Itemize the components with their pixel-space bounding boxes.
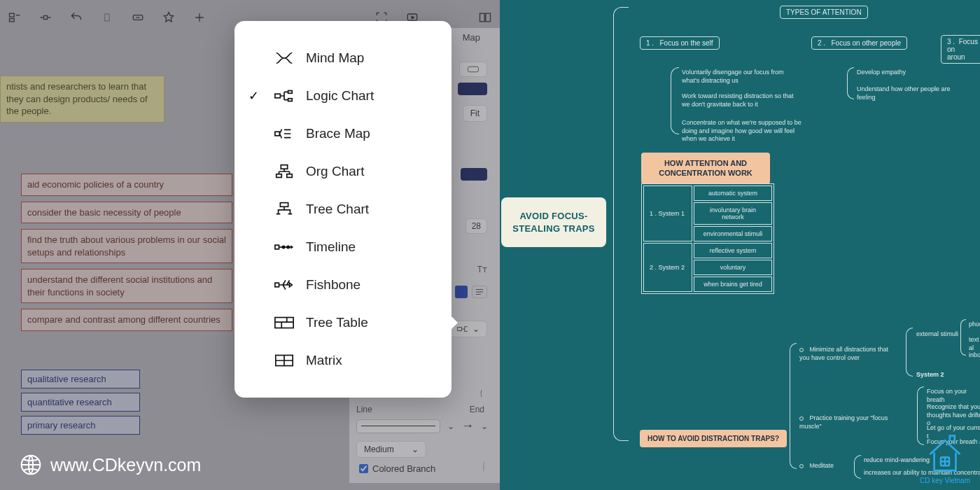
popup-item-treetable[interactable]: Tree Table	[234, 304, 451, 342]
bottom-sub2[interactable]: phone	[969, 321, 980, 329]
attention-table[interactable]: 1 . System 1 automatic system involuntar…	[641, 183, 774, 294]
main-topic[interactable]: AVOID FOCUS-STEALING TRAPS	[501, 197, 606, 247]
bottom-sub[interactable]: System 2	[916, 371, 944, 379]
align-button[interactable]	[472, 286, 487, 298]
red-item[interactable]: find the truth about various problems in…	[21, 229, 232, 263]
bottom-item[interactable]: Meditate	[799, 462, 834, 470]
type1[interactable]: 1 . Focus on the self	[640, 36, 720, 50]
fit-button[interactable]: Fit	[463, 105, 487, 122]
svg-rect-10	[275, 94, 281, 98]
globe-icon	[20, 454, 42, 476]
svg-rect-18	[275, 245, 279, 249]
blue-item[interactable]: primary research	[21, 416, 140, 435]
bottom-sub2[interactable]: text al	[969, 336, 980, 352]
structure-popup: Mind Map Logic Chart Brace Map Org Chart…	[234, 21, 451, 398]
svg-rect-16	[287, 174, 293, 178]
svg-rect-11	[288, 91, 293, 94]
blue-item[interactable]: qualitative research	[21, 370, 140, 388]
colored-branch-checkbox[interactable]	[359, 464, 368, 473]
bottom-item-text: Meditate	[810, 462, 834, 469]
svg-point-20	[287, 246, 289, 248]
type2-sub[interactable]: Understand how other people are feeling	[857, 85, 955, 102]
line-weight-select[interactable]: Medium⌄	[356, 441, 426, 458]
text-color-swatch[interactable]	[461, 168, 487, 181]
svg-rect-7	[486, 13, 491, 22]
collapse-icon[interactable]	[130, 10, 146, 25]
svg-rect-14	[281, 165, 287, 169]
red-item[interactable]: aid economic policies of a country	[21, 174, 232, 196]
bottom-item-text: Minimize all distractions that you have …	[799, 346, 888, 361]
brace-style-button[interactable]: ﹛	[476, 387, 487, 399]
bottom-sub2[interactable]: inbox	[969, 351, 980, 360]
type-label: Focus on the self	[659, 39, 713, 47]
bottom-item-text: Practice training your "focus muscle"	[799, 414, 888, 430]
blue-item[interactable]: quantitative research	[21, 393, 140, 412]
mindmap-icon	[270, 50, 299, 66]
type1-sub[interactable]: Concentrate on what we're supposed to be…	[682, 119, 808, 144]
bullet-icon	[799, 464, 804, 468]
yellow-note[interactable]: ntists and researchers to learn that the…	[0, 76, 164, 122]
fill-swatch[interactable]	[458, 83, 487, 95]
star-icon[interactable]	[161, 10, 176, 25]
bottom-item[interactable]: Minimize all distractions that you have …	[799, 346, 897, 362]
sidebar-tab-map[interactable]: Map	[463, 32, 480, 43]
timeline-icon	[270, 239, 299, 255]
popup-item-timeline[interactable]: Timeline	[234, 228, 451, 266]
font-size-field[interactable]: 28	[465, 218, 487, 234]
table-cell: automatic system	[694, 186, 772, 201]
svg-rect-12	[288, 99, 293, 102]
type1-sub[interactable]: Work toward resisting distraction so tha…	[682, 92, 794, 108]
type3[interactable]: 3 . Focus on aroun	[941, 35, 980, 64]
bullet-icon	[799, 348, 804, 352]
type-num: 2 .	[818, 39, 825, 47]
type2-sub[interactable]: Develop empathy	[857, 69, 941, 77]
bottom-sub[interactable]: Focus on your breath	[927, 388, 980, 404]
undo-icon[interactable]	[69, 10, 84, 25]
line-style-select[interactable]	[356, 419, 440, 433]
svg-rect-6	[480, 13, 485, 22]
type2[interactable]: 2 . Focus on other people	[811, 36, 907, 50]
bottom-sub[interactable]: external stimuli	[916, 330, 958, 339]
table-cell: environmental stimuli	[694, 226, 772, 241]
brace-type2	[847, 67, 854, 99]
logo-caption: CD key Vietnam	[920, 477, 970, 484]
svg-rect-17	[280, 203, 288, 207]
popup-item-bracemap[interactable]: Brace Map	[234, 115, 451, 153]
shape-chip[interactable]	[459, 62, 487, 77]
red-item[interactable]: consider the basic necessity of people	[21, 202, 232, 224]
type1-sub[interactable]: Voluntarily disengage our focus from wha…	[682, 69, 787, 85]
treetable-icon	[270, 315, 299, 330]
text-color-chip[interactable]	[455, 286, 468, 298]
table-sys: 1 . System 1	[643, 186, 692, 241]
bottom-title[interactable]: HOW TO AVOID DISTRACTION TRAPS?	[640, 430, 787, 447]
popup-item-fishbone[interactable]: Fishbone	[234, 266, 451, 304]
layout-icon[interactable]	[7, 10, 22, 25]
popup-item-treechart[interactable]: Tree Chart	[234, 190, 451, 228]
popup-item-label: Logic Chart	[306, 88, 374, 104]
bottom-item[interactable]: Practice training your "focus muscle"	[799, 414, 911, 430]
rainbow-icon[interactable]	[483, 461, 484, 472]
popup-item-logicchart[interactable]: Logic Chart	[234, 77, 451, 115]
popup-item-orgchart[interactable]: Org Chart	[234, 153, 451, 190]
orgchart-icon	[270, 164, 299, 179]
popup-item-label: Brace Map	[306, 126, 370, 141]
panels-icon[interactable]	[477, 10, 493, 25]
types-title[interactable]: TYPES OF ATTENTION	[780, 6, 868, 19]
divider-icon	[99, 10, 115, 25]
table-title[interactable]: HOW ATTENTION AND CONCENTRATION WORK	[641, 153, 770, 184]
plus-icon[interactable]	[192, 10, 207, 25]
popup-item-matrix[interactable]: Matrix	[234, 342, 451, 379]
popup-item-label: Mind Map	[306, 50, 364, 66]
brace-type1	[671, 67, 679, 134]
watermark-text: www.CDkeyvn.com	[50, 455, 201, 475]
type-num: 1 .	[646, 39, 654, 47]
smallcaps-button[interactable]: Tᴛ	[477, 265, 487, 274]
svg-rect-2	[44, 16, 48, 20]
table-sys: 2 . System 2	[643, 243, 692, 292]
svg-rect-3	[105, 14, 110, 21]
popup-item-mindmap[interactable]: Mind Map	[234, 39, 451, 77]
svg-rect-9	[457, 328, 461, 331]
node-icon[interactable]	[38, 10, 53, 25]
red-item[interactable]: understand the different social institut…	[21, 269, 232, 303]
red-item[interactable]: compare and contrast among different cou…	[21, 309, 232, 331]
